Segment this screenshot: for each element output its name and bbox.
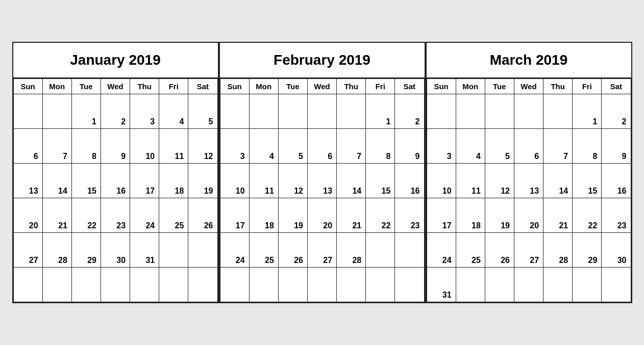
- january-week4-day2: 29: [71, 233, 101, 268]
- february-week1-day3: 6: [307, 129, 336, 164]
- february-week3-day4: 21: [337, 198, 366, 233]
- january-week0-day4: 3: [130, 94, 159, 129]
- calendars-container: January 2019SunMonTueWedThuFriSat1234567…: [7, 37, 637, 308]
- calendar-january: January 2019SunMonTueWedThuFriSat1234567…: [12, 42, 219, 303]
- march-week0-day3: [514, 94, 543, 129]
- february-header-sat: Sat: [395, 79, 424, 94]
- january-week1-day3: 9: [101, 129, 130, 164]
- march-week2-day1: 11: [456, 164, 485, 198]
- march-week4-day5: 29: [573, 233, 602, 268]
- january-week3-day5: 25: [159, 198, 188, 233]
- february-week2-day6: 16: [395, 164, 424, 198]
- march-week4-day6: 30: [602, 233, 631, 268]
- march-week2-day2: 12: [485, 164, 514, 198]
- january-week1-day6: 12: [188, 129, 217, 164]
- march-week0-day4: [543, 94, 573, 129]
- february-week5-day3: [307, 268, 336, 302]
- january-week1-day1: 7: [42, 129, 71, 164]
- january-week4-day5: [159, 233, 188, 268]
- january-week2-day0: 13: [13, 164, 42, 198]
- january-week0-day0: [13, 94, 42, 129]
- january-week1-day2: 8: [71, 129, 101, 164]
- january-week1-day0: 6: [13, 129, 42, 164]
- february-header-sun: Sun: [220, 79, 249, 94]
- january-week2-day5: 18: [159, 164, 188, 198]
- february-week0-day0: [220, 94, 249, 129]
- january-week4-day1: 28: [42, 233, 71, 268]
- january-week0-day2: 1: [71, 94, 101, 129]
- february-week2-day2: 12: [278, 164, 307, 198]
- january-header-mon: Mon: [42, 79, 71, 94]
- february-week2-day5: 15: [366, 164, 395, 198]
- february-week4-day5: [366, 233, 395, 268]
- february-week4-day6: [395, 233, 424, 268]
- march-week3-day0: 17: [427, 198, 456, 233]
- march-week5-day4: [543, 268, 573, 302]
- january-header-thu: Thu: [130, 79, 159, 94]
- january-week4-day3: 30: [101, 233, 130, 268]
- march-header-fri: Fri: [573, 79, 602, 94]
- february-header-fri: Fri: [366, 79, 395, 94]
- january-table: SunMonTueWedThuFriSat1234567891011121314…: [13, 78, 218, 302]
- february-week0-day6: 2: [395, 94, 424, 129]
- january-week1-day5: 11: [159, 129, 188, 164]
- february-week3-day2: 19: [278, 198, 307, 233]
- february-week2-day1: 11: [249, 164, 278, 198]
- january-week3-day6: 26: [188, 198, 217, 233]
- march-week4-day2: 26: [485, 233, 514, 268]
- march-week1-day6: 9: [602, 129, 631, 164]
- february-week1-day0: 3: [220, 129, 249, 164]
- january-week5-day4: [130, 268, 159, 302]
- march-week2-day6: 16: [602, 164, 631, 198]
- february-week1-day1: 4: [249, 129, 278, 164]
- january-week5-day6: [188, 268, 217, 302]
- january-week3-day3: 23: [101, 198, 130, 233]
- january-week0-day6: 5: [188, 94, 217, 129]
- february-header-wed: Wed: [307, 79, 336, 94]
- february-week2-day4: 14: [337, 164, 366, 198]
- february-week1-day2: 5: [278, 129, 307, 164]
- january-week5-day5: [159, 268, 188, 302]
- january-title: January 2019: [13, 43, 218, 78]
- march-week1-day0: 3: [427, 129, 456, 164]
- february-week5-day1: [249, 268, 278, 302]
- march-week2-day4: 14: [543, 164, 573, 198]
- march-week2-day3: 13: [514, 164, 543, 198]
- february-week3-day0: 17: [220, 198, 249, 233]
- january-week2-day2: 15: [71, 164, 101, 198]
- january-week3-day1: 21: [42, 198, 71, 233]
- february-week1-day4: 7: [337, 129, 366, 164]
- february-week0-day4: [337, 94, 366, 129]
- march-header-thu: Thu: [543, 79, 573, 94]
- march-week1-day4: 7: [543, 129, 573, 164]
- march-week0-day5: 1: [573, 94, 602, 129]
- february-week1-day5: 8: [366, 129, 395, 164]
- february-week5-day0: [220, 268, 249, 302]
- february-week4-day0: 24: [220, 233, 249, 268]
- march-week3-day4: 21: [543, 198, 573, 233]
- january-week0-day1: [42, 94, 71, 129]
- january-header-sun: Sun: [13, 79, 42, 94]
- march-week1-day1: 4: [456, 129, 485, 164]
- calendar-march: March 2019SunMonTueWedThuFriSat123456789…: [426, 42, 632, 303]
- february-week3-day3: 20: [307, 198, 336, 233]
- march-week3-day2: 19: [485, 198, 514, 233]
- february-week5-day5: [366, 268, 395, 302]
- january-header-tue: Tue: [71, 79, 101, 94]
- february-title: February 2019: [220, 43, 425, 78]
- march-week4-day1: 25: [456, 233, 485, 268]
- march-week4-day4: 28: [543, 233, 573, 268]
- february-week2-day0: 10: [220, 164, 249, 198]
- march-week1-day2: 5: [485, 129, 514, 164]
- january-week3-day2: 22: [71, 198, 101, 233]
- february-week0-day5: 1: [366, 94, 395, 129]
- february-week3-day6: 23: [395, 198, 424, 233]
- february-week4-day2: 26: [278, 233, 307, 268]
- february-header-tue: Tue: [278, 79, 307, 94]
- february-week3-day1: 18: [249, 198, 278, 233]
- march-week2-day0: 10: [427, 164, 456, 198]
- january-week2-day6: 19: [188, 164, 217, 198]
- march-week0-day2: [485, 94, 514, 129]
- january-week3-day4: 24: [130, 198, 159, 233]
- calendar-february: February 2019SunMonTueWedThuFriSat123456…: [219, 42, 426, 303]
